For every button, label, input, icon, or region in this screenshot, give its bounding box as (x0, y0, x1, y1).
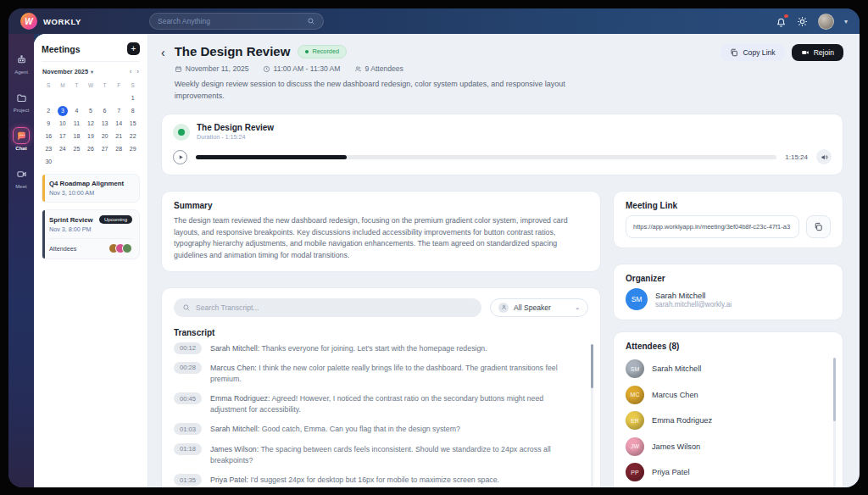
calendar-icon (175, 65, 182, 73)
calendar-month-label[interactable]: November 2025 (42, 68, 88, 75)
calendar-day[interactable]: 27 (97, 143, 112, 154)
calendar-day[interactable]: 8 (125, 105, 140, 116)
transcript-timestamp[interactable]: 00:45 (174, 392, 202, 404)
brand: W WORKLY (20, 13, 149, 30)
calendar-day[interactable]: 1 (125, 92, 140, 103)
calendar-day[interactable]: 24 (56, 143, 70, 154)
meeting-item-title: Sprint Review (49, 216, 93, 224)
transcript-timestamp[interactable]: 01:35 (174, 474, 202, 486)
transcript-text: James Wilson: The spacing between cards … (210, 443, 575, 466)
sidebar-meeting-item[interactable]: Sprint ReviewUpcomingNov 3, 8:00 PMAtten… (42, 209, 140, 259)
transcript-timestamp[interactable]: 00:28 (174, 362, 202, 374)
rail-item-project[interactable]: Project (13, 89, 30, 113)
speaker-filter-dropdown[interactable]: All Speaker ⌄ (490, 298, 588, 317)
calendar-day[interactable]: 9 (42, 118, 56, 129)
profile-chevron-down-icon[interactable]: ▾ (844, 18, 848, 25)
calendar-day[interactable]: 29 (125, 143, 140, 154)
calendar-day[interactable]: 4 (70, 105, 84, 116)
calendar-day[interactable]: 30 (42, 156, 56, 167)
copy-meeting-link-button[interactable] (806, 215, 831, 238)
notifications-bell-icon[interactable] (776, 16, 787, 27)
calendar-day-header: M (56, 81, 70, 91)
calendar-day[interactable]: 6 (97, 105, 112, 116)
calendar-day[interactable]: 21 (112, 131, 126, 142)
calendar-day[interactable]: 5 (84, 105, 98, 116)
calendar-prev-button[interactable]: ‹ (130, 68, 132, 75)
calendar-day[interactable]: 28 (112, 143, 126, 154)
attendee-name: Emma Rodriguez (652, 416, 712, 425)
robot-icon (13, 51, 30, 68)
attendee-row: PPPriya Patel (626, 463, 831, 481)
meeting-description: Weekly design review session to discuss … (175, 79, 586, 102)
calendar-day-empty (97, 156, 112, 167)
sidebar-title: Meetings (42, 44, 81, 54)
attendees-scrollbar[interactable] (833, 358, 836, 487)
calendar-day[interactable]: 2 (42, 105, 56, 116)
calendar-day[interactable]: 23 (42, 143, 56, 154)
user-avatar[interactable] (818, 14, 834, 30)
transcript-row: 01:18James Wilson: The spacing between c… (174, 443, 575, 466)
calendar-day[interactable]: 3 (56, 105, 70, 116)
rejoin-button[interactable]: Rejoin (792, 44, 843, 61)
meeting-item-title: Q4 Roadmap Alignment (49, 180, 124, 187)
transcript-search-input[interactable] (196, 303, 473, 312)
meeting-link-input[interactable] (626, 215, 799, 238)
calendar-day-empty (42, 92, 56, 103)
transcript-scrollbar-thumb[interactable] (591, 344, 593, 388)
calendar-day[interactable]: 26 (84, 143, 98, 154)
calendar-next-button[interactable]: › (136, 68, 139, 75)
global-search-input[interactable] (158, 17, 302, 25)
attendees-scrollbar-thumb[interactable] (833, 358, 836, 421)
transcript-timestamp[interactable]: 01:03 (174, 423, 202, 435)
transcript-text: Sarah Mitchell: Good catch, Emma. Can yo… (210, 423, 460, 435)
volume-button[interactable] (816, 149, 832, 164)
meeting-date: November 11, 2025 (175, 64, 249, 73)
back-chevron-button[interactable]: ‹ (161, 47, 165, 102)
calendar-day[interactable]: 18 (70, 131, 84, 142)
add-meeting-button[interactable]: + (127, 42, 140, 55)
transcript-timestamp[interactable]: 00:12 (174, 342, 202, 354)
calendar-day[interactable]: 17 (56, 131, 70, 142)
player-duration: Duration - 1:15:24 (197, 133, 274, 141)
transcript-text: Emma Rodriguez: Agreed! However, I notic… (210, 392, 575, 415)
calendar-day[interactable]: 11 (70, 118, 84, 129)
theme-sun-icon[interactable] (797, 16, 808, 27)
copy-icon (814, 222, 823, 231)
progress-bar[interactable] (196, 155, 776, 159)
transcript-scrollbar[interactable] (591, 344, 593, 488)
sidebar-meeting-item[interactable]: Q4 Roadmap AlignmentNov 3, 10:00 AM (42, 174, 140, 203)
calendar-day[interactable]: 14 (112, 118, 126, 129)
rail-item-chat[interactable]: Chat (13, 127, 30, 151)
meeting-link-card: Meeting Link (613, 191, 843, 248)
calendar-day[interactable]: 13 (97, 118, 112, 129)
calendar-day[interactable]: 15 (125, 118, 140, 129)
calendar-day[interactable]: 7 (112, 105, 126, 116)
rail-item-agent[interactable]: Agent (13, 51, 30, 75)
transcript-search[interactable] (174, 298, 481, 317)
calendar-day[interactable]: 19 (84, 131, 98, 142)
summary-text: The design team reviewed the new dashboa… (174, 215, 588, 262)
copy-link-button[interactable]: Copy Link (721, 44, 784, 61)
global-search[interactable] (149, 13, 324, 30)
calendar-day[interactable]: 10 (56, 118, 70, 129)
transcript-entries: 00:12Sarah Mitchell: Thanks everyone for… (174, 342, 588, 488)
calendar-day[interactable]: 25 (70, 143, 84, 154)
calendar-day[interactable]: 20 (97, 131, 112, 142)
transcript-text: Marcus Chen: I think the new color palet… (210, 362, 575, 385)
calendar-day[interactable]: 16 (42, 131, 56, 142)
calendar-day-header: S (125, 81, 140, 91)
meeting-link-title: Meeting Link (626, 201, 831, 210)
copy-icon (730, 48, 738, 57)
calendar-day-empty (125, 156, 140, 167)
rail-item-meet[interactable]: Meet (13, 165, 30, 189)
play-button[interactable] (173, 150, 187, 164)
month-caret-down-icon[interactable]: ▾ (91, 69, 93, 75)
calendar-day[interactable]: 12 (84, 118, 98, 129)
brand-name: WORKLY (43, 17, 81, 26)
transcript-row: 00:45Emma Rodriguez: Agreed! However, I … (174, 392, 575, 415)
calendar-day-empty (56, 156, 70, 167)
attendee-avatar: JW (626, 437, 644, 456)
calendar-day[interactable]: 22 (125, 131, 140, 142)
transcript-title: Transcript (174, 328, 588, 337)
transcript-timestamp[interactable]: 01:18 (174, 443, 202, 455)
